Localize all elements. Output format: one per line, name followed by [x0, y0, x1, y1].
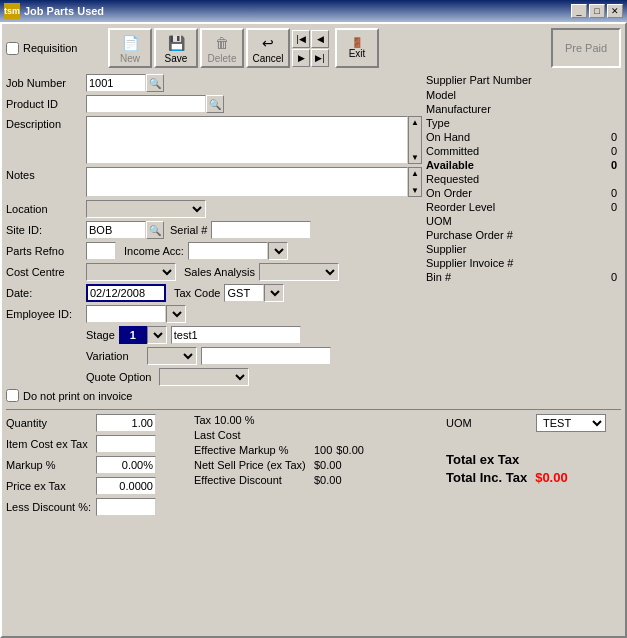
new-button[interactable]: 📄 New	[108, 28, 152, 68]
requisition-checkbox[interactable]	[6, 42, 19, 55]
uom-row: UOM	[426, 215, 621, 227]
markup-label: Markup %	[6, 459, 96, 471]
variation-text-input[interactable]	[201, 347, 331, 365]
do-not-print-checkbox[interactable]	[6, 389, 19, 402]
stage-row: Stage	[6, 326, 422, 344]
variation-select[interactable]	[147, 347, 197, 365]
window-controls[interactable]: _ □ ✕	[571, 4, 623, 18]
nav-next-last[interactable]: ▶ ▶|	[292, 49, 329, 67]
save-button[interactable]: 💾 Save	[154, 28, 198, 68]
first-button[interactable]: |◀	[292, 30, 310, 48]
sales-analysis-select[interactable]	[259, 263, 339, 281]
nett-sell-label: Nett Sell Price (ex Tax)	[194, 459, 314, 471]
quantity-input[interactable]	[96, 414, 156, 432]
markup-input[interactable]	[96, 456, 156, 474]
cancel-label: Cancel	[252, 53, 283, 64]
tax-value: 10.00 %	[214, 414, 254, 426]
notes-scroll-down[interactable]: ▼	[410, 185, 420, 196]
minimize-button[interactable]: _	[571, 4, 587, 18]
stage-text-input[interactable]	[171, 326, 301, 344]
product-id-search[interactable]: 🔍	[206, 95, 224, 113]
title-bar: tsm Job Parts Used _ □ ✕	[0, 0, 627, 22]
last-button[interactable]: ▶|	[311, 49, 329, 67]
stage-input[interactable]	[119, 326, 147, 344]
tax-code-input[interactable]	[224, 284, 264, 302]
price-ex-tax-row: Price ex Tax	[6, 477, 186, 495]
type-row: Type	[426, 117, 621, 129]
site-id-search[interactable]: 🔍	[146, 221, 164, 239]
notes-textarea[interactable]	[86, 167, 408, 197]
site-serial-row: Site ID: 🔍 Serial #	[6, 221, 422, 239]
sales-analysis-label: Sales Analysis	[184, 266, 255, 278]
new-label: New	[120, 53, 140, 64]
product-id-input[interactable]	[86, 95, 206, 113]
tax-code-select[interactable]	[264, 284, 284, 302]
available-row: Available 0	[426, 159, 621, 171]
nav-first-prev[interactable]: |◀ ◀	[292, 30, 329, 48]
prepaid-label: Pre Paid	[565, 42, 607, 54]
delete-label: Delete	[208, 53, 237, 64]
quantity-label: Quantity	[6, 417, 96, 429]
close-button[interactable]: ✕	[607, 4, 623, 18]
exit-button[interactable]: 🚪 Exit	[335, 28, 379, 68]
employee-id-select[interactable]	[166, 305, 186, 323]
stage-select[interactable]	[147, 326, 167, 344]
toolbar: Requisition 📄 New 💾 Save 🗑 Delete ↩ Canc…	[6, 28, 621, 68]
income-acc-input[interactable]	[188, 242, 268, 260]
quote-option-row: Quote Option	[6, 368, 422, 386]
cost-centre-select[interactable]	[86, 263, 176, 281]
stage-label: Stage	[86, 329, 115, 341]
description-scrollbar[interactable]: ▲ ▼	[408, 116, 422, 164]
uom-select[interactable]: TEST	[536, 414, 606, 432]
date-input[interactable]	[86, 284, 166, 302]
on-order-value: 0	[597, 187, 617, 199]
notes-scrollbar[interactable]: ▲ ▼	[408, 167, 422, 197]
tax-label: Tax 10.00 %	[194, 414, 284, 426]
new-icon: 📄	[119, 33, 141, 53]
quote-option-select[interactable]	[159, 368, 249, 386]
tax-row: Tax 10.00 %	[194, 414, 438, 426]
effective-markup-value: 100	[314, 444, 332, 456]
exit-icon: 🚪	[351, 37, 363, 48]
window-title: Job Parts Used	[24, 5, 571, 17]
parts-refno-input[interactable]	[86, 242, 116, 260]
employee-row: Employee ID:	[6, 305, 422, 323]
effective-markup-label: Effective Markup %	[194, 444, 314, 456]
cost-centre-label: Cost Centre	[6, 266, 86, 278]
requested-label: Requested	[426, 173, 479, 185]
quote-option-label: Quote Option	[86, 371, 151, 383]
job-number-input[interactable]	[86, 74, 146, 92]
item-cost-input[interactable]	[96, 435, 156, 453]
scroll-up-arrow[interactable]: ▲	[410, 117, 420, 128]
uom-label: UOM	[426, 215, 452, 227]
bin-label: Bin #	[426, 271, 451, 283]
supplier-row: Supplier	[426, 243, 621, 255]
serial-input[interactable]	[211, 221, 311, 239]
less-discount-input[interactable]	[96, 498, 156, 516]
maximize-button[interactable]: □	[589, 4, 605, 18]
notes-scroll-up[interactable]: ▲	[410, 168, 420, 179]
reorder-level-label: Reorder Level	[426, 201, 495, 213]
employee-id-input[interactable]	[86, 305, 166, 323]
bottom-col-2: Tax 10.00 % Last Cost Effective Markup %…	[194, 414, 438, 519]
bin-row: Bin # 0	[426, 271, 621, 283]
window-icon: tsm	[4, 3, 20, 19]
effective-discount-value: $0.00	[314, 474, 342, 486]
scroll-down-arrow[interactable]: ▼	[410, 152, 420, 163]
prev-button[interactable]: ◀	[311, 30, 329, 48]
supplier-invoice-row: Supplier Invoice #	[426, 257, 621, 269]
committed-row: Committed 0	[426, 145, 621, 157]
description-textarea[interactable]	[86, 116, 408, 164]
site-id-input[interactable]	[86, 221, 146, 239]
income-acc-select[interactable]	[268, 242, 288, 260]
delete-button[interactable]: 🗑 Delete	[200, 28, 244, 68]
location-select[interactable]	[86, 200, 206, 218]
cancel-button[interactable]: ↩ Cancel	[246, 28, 290, 68]
job-number-search[interactable]: 🔍	[146, 74, 164, 92]
date-label: Date:	[6, 287, 86, 299]
prepaid-button: Pre Paid	[551, 28, 621, 68]
product-id-row: Product ID 🔍	[6, 95, 422, 113]
nett-sell-value: $0.00	[314, 459, 342, 471]
next-button[interactable]: ▶	[292, 49, 310, 67]
price-ex-tax-input[interactable]	[96, 477, 156, 495]
